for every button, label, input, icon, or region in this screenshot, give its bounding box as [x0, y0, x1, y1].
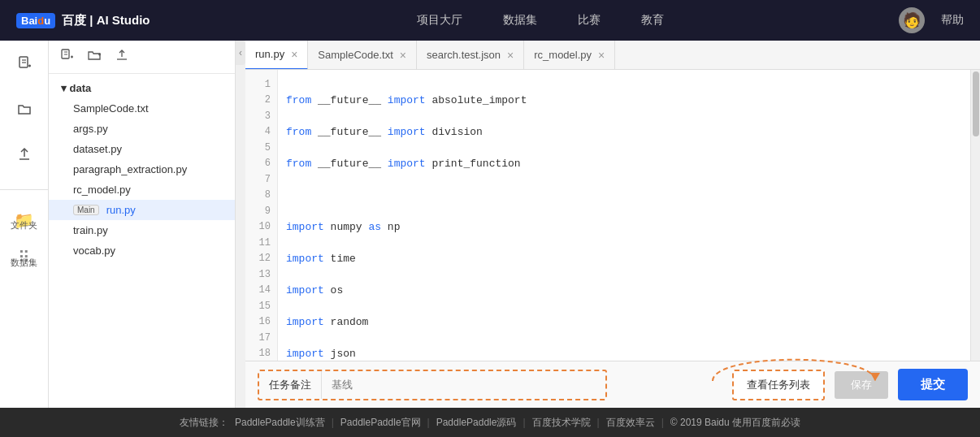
upload-toolbar-btn[interactable]: [112, 47, 132, 67]
nav-right: 🧑 帮助: [899, 7, 964, 33]
top-navigation: Baidu 百度 | AI Studio 项目大厅 数据集 比赛 教育 🧑 帮助: [0, 0, 980, 41]
tab-samplecode-close[interactable]: ×: [400, 49, 406, 62]
task-notes-label: 任务备注: [259, 371, 322, 399]
file-args[interactable]: args.py: [49, 119, 235, 139]
new-file-toolbar-btn[interactable]: [57, 47, 76, 67]
sidebar: 📁 文件夹 ⠿ 数据集: [0, 41, 49, 408]
code-content[interactable]: from __future__ import absolute_import f…: [278, 70, 970, 361]
view-tasks-button[interactable]: 查看任务列表: [732, 370, 825, 400]
file-paragraph[interactable]: paragraph_extraction.py: [49, 159, 235, 180]
help-link[interactable]: 帮助: [941, 13, 964, 28]
line-numbers: 1 2 3 4 5 6 7 8 9 10 11 12 13 14 15 16 1: [245, 70, 278, 361]
tab-search-test-label: search.test.json: [427, 49, 501, 61]
main-area: 📁 文件夹 ⠿ 数据集 ▾ data SampleCode.txt args: [0, 41, 980, 408]
studio-name: 百度 | AI Studio: [62, 13, 150, 28]
menu-datasets[interactable]: 数据集: [503, 13, 537, 28]
files-label: 文件夹: [11, 219, 37, 231]
tab-run-py-label: run.py: [255, 48, 284, 60]
footer-prefix: 友情链接：: [180, 416, 228, 430]
file-rcmodel[interactable]: rc_model.py: [49, 180, 235, 200]
file-dataset[interactable]: dataset.py: [49, 139, 235, 159]
baseline-input[interactable]: [322, 371, 605, 399]
task-input-group: 任务备注: [258, 370, 607, 400]
tab-rc-model[interactable]: rc_model.py ×: [524, 41, 615, 70]
new-folder-toolbar-btn[interactable]: [85, 47, 104, 67]
code-editor: 1 2 3 4 5 6 7 8 9 10 11 12 13 14 15 16 1: [245, 70, 980, 361]
editor-area: run.py × SampleCode.txt × search.test.js…: [245, 41, 980, 361]
tab-samplecode[interactable]: SampleCode.txt ×: [308, 41, 417, 70]
baidu-logo: Baidu: [16, 13, 55, 28]
tab-search-test[interactable]: search.test.json ×: [417, 41, 524, 70]
save-button[interactable]: 保存: [835, 371, 888, 399]
menu-education[interactable]: 教育: [641, 13, 664, 28]
footer-link-baiducloud[interactable]: 百度效率云: [606, 416, 655, 430]
file-vocab[interactable]: vocab.py: [49, 240, 235, 261]
footer-link-paddleofficial[interactable]: PaddlePaddle官网: [340, 416, 421, 430]
footer-copyright: © 2019 Baidu 使用百度前必读: [670, 416, 800, 430]
open-folder-button[interactable]: [10, 94, 39, 123]
dataset-label: 数据集: [11, 257, 37, 269]
editor-wrapper: run.py × SampleCode.txt × search.test.js…: [245, 41, 980, 408]
logo: Baidu 百度 | AI Studio: [16, 13, 150, 28]
tab-rc-model-label: rc_model.py: [534, 49, 592, 61]
files-sidebar-item[interactable]: 📁 文件夹: [11, 210, 37, 231]
tab-run-py[interactable]: run.py ×: [245, 41, 308, 70]
tabs-bar: run.py × SampleCode.txt × search.test.js…: [245, 41, 980, 70]
file-panel: ▾ data SampleCode.txt args.py dataset.py…: [49, 41, 236, 408]
tab-run-py-close[interactable]: ×: [291, 48, 297, 61]
user-avatar[interactable]: 🧑: [899, 7, 925, 33]
file-samplecode[interactable]: SampleCode.txt: [49, 98, 235, 119]
tab-search-test-close[interactable]: ×: [507, 49, 514, 62]
submit-button[interactable]: 提交: [898, 369, 968, 400]
file-list: ▾ data SampleCode.txt args.py dataset.py…: [49, 74, 235, 408]
scrollbar[interactable]: [970, 70, 980, 361]
main-badge: Main: [73, 205, 99, 215]
upload-button[interactable]: [10, 140, 39, 169]
dataset-sidebar-item[interactable]: ⠿ 数据集: [11, 248, 37, 269]
file-run[interactable]: Main run.py: [49, 200, 235, 220]
menu-competition[interactable]: 比赛: [578, 13, 601, 28]
footer-link-paddlesrc[interactable]: PaddlePaddle源码: [436, 416, 517, 430]
main-menu: 项目大厅 数据集 比赛 教育: [183, 13, 900, 28]
footer: 友情链接： PaddlePaddle训练营 | PaddlePaddle官网 |…: [0, 408, 980, 437]
tab-samplecode-label: SampleCode.txt: [318, 49, 393, 61]
file-toolbar: [49, 41, 235, 74]
folder-data[interactable]: ▾ data: [49, 78, 235, 98]
tab-rc-model-close[interactable]: ×: [598, 49, 605, 62]
footer-link-baidutechacademy[interactable]: 百度技术学院: [532, 416, 591, 430]
bottom-task-bar: 任务备注 查看任务列表 保存 提交: [245, 361, 980, 408]
file-train[interactable]: train.py: [49, 220, 235, 240]
new-file-button[interactable]: [10, 49, 39, 78]
footer-link-paddlecamp[interactable]: PaddlePaddle训练营: [235, 416, 325, 430]
menu-projects[interactable]: 项目大厅: [417, 13, 462, 28]
panel-collapse-handle[interactable]: ‹: [236, 41, 245, 65]
